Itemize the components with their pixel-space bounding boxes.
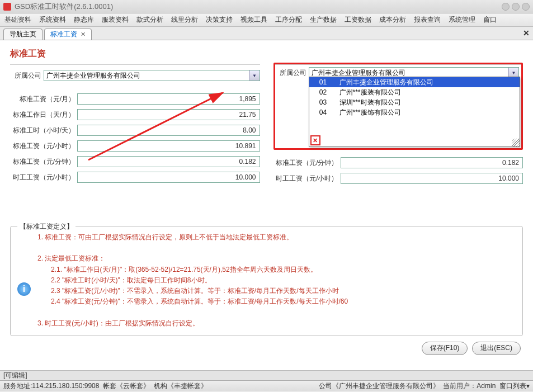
company-value: 广州丰捷企业管理服务有限公司 (46, 71, 140, 81)
page-title: 标准工资 (6, 46, 527, 64)
company-label: 所属公司 (277, 68, 309, 78)
field-label: 标准工资（元/月） (10, 95, 77, 104)
window-buttons (502, 3, 530, 11)
form-left-panel: 所属公司 广州丰捷企业管理服务有限公司 ▼ 标准工资（元/月） 标准工作日（天/… (10, 64, 260, 187)
dropdown-option[interactable]: 04广州***服饰有限公司 (309, 107, 520, 117)
status-account: 帐套《云帐套》 (103, 381, 150, 391)
menu-item[interactable]: 系统资料 (39, 15, 66, 25)
salary-minute-input-r[interactable] (341, 157, 523, 168)
dropdown-option[interactable]: 03深圳***时装有限公司 (309, 97, 520, 107)
status-org: 机构《丰捷帐套》 (154, 381, 207, 391)
field-label: 时工工资（元/小时） (273, 174, 341, 183)
menu-item[interactable]: 款式分析 (136, 15, 163, 25)
field-label: 标准工资（元/分钟） (273, 158, 341, 168)
company-value: 广州丰捷企业管理服务有限公司 (312, 68, 405, 78)
menu-item[interactable]: 服装资料 (102, 15, 129, 25)
maximize-icon[interactable] (512, 3, 520, 11)
salary-hour-input[interactable] (77, 140, 260, 152)
status-company: 公司《广州丰捷企业管理服务有限公司》 (319, 381, 440, 391)
menu-item[interactable]: 视频工具 (240, 15, 267, 25)
field-label: 标准工资（元/分钟） (10, 157, 77, 167)
page-close-icon[interactable]: ✕ (523, 29, 530, 37)
piecework-hour-input-r[interactable] (341, 173, 523, 184)
piecework-hour-input[interactable] (77, 172, 260, 183)
field-label: 标准工作日（天/月） (10, 110, 77, 120)
window-list-menu[interactable]: 窗口列表▾ (499, 381, 530, 391)
tab-strip: 导航主页 标准工资 ✕ ✕ (0, 27, 533, 40)
menu-item[interactable]: 成本分析 (379, 15, 406, 25)
dropdown-option[interactable]: 02广州***服装有限公司 (309, 87, 520, 97)
company-label: 所属公司 (10, 71, 44, 81)
status-server: 服务地址:114.215.180.150:9908 (3, 381, 99, 391)
edit-status: [可编辑] (3, 371, 27, 380)
status-bar: 服务地址:114.215.180.150:9908 帐套《云帐套》 机构《丰捷帐… (0, 380, 533, 391)
field-label: 标准工时（小时/天） (10, 126, 77, 135)
salary-month-input[interactable] (77, 93, 260, 105)
dropdown-close-button[interactable]: ✕ (310, 135, 320, 145)
ready-bar: [可编辑] (0, 370, 533, 380)
definition-box: 【标准工资定义】 i 1. 标准工资：可由工厂根据实际情况自行设定，原则上不低于… (10, 226, 523, 336)
hours-day-input[interactable] (77, 125, 260, 136)
menu-item[interactable]: 生产数据 (310, 15, 337, 25)
menu-item[interactable]: 系统管理 (449, 15, 475, 25)
menu-item[interactable]: 基础资料 (4, 15, 31, 25)
save-button[interactable]: 保存(F10) (422, 342, 468, 355)
menu-item[interactable]: 报表查询 (414, 15, 441, 25)
definition-text: 1. 标准工资：可由工厂根据实际情况自行设定，原则上不低于当地法定最低工资标准。… (17, 232, 516, 329)
field-label: 标准工资（元/小时） (10, 141, 77, 151)
chevron-down-icon[interactable]: ▼ (249, 70, 260, 81)
info-icon: i (17, 282, 31, 296)
dropdown-option[interactable]: 01广州丰捷企业管理服务有限公司 (309, 77, 520, 87)
minimize-icon[interactable] (502, 3, 510, 11)
tab-label: 标准工资 (50, 30, 77, 39)
tab-standard-salary[interactable]: 标准工资 ✕ (44, 29, 92, 40)
tab-close-icon[interactable]: ✕ (81, 31, 86, 38)
window-title: GSD标准工时软件(2.6.1.0001) (15, 2, 502, 12)
page-body: 标准工资 所属公司 广州丰捷企业管理服务有限公司 ▼ 标准工资（元/月） 标准工… (0, 40, 533, 370)
menu-bar: 基础资料 系统资料 静态库 服装资料 款式分析 线里分析 决策支持 视频工具 工… (0, 13, 533, 27)
company-dropdown-popup: 01广州丰捷企业管理服务有限公司 02广州***服装有限公司 03深圳***时装… (309, 77, 521, 147)
close-icon[interactable] (522, 3, 530, 11)
resize-handle-icon[interactable] (512, 139, 520, 147)
button-row: 保存(F10) 退出(ESC) (6, 336, 527, 361)
menu-item[interactable]: 决策支持 (206, 15, 233, 25)
menu-item[interactable]: 工序分配 (275, 15, 302, 25)
status-user: 当前用户：Admin (443, 381, 496, 391)
form-right-panel: 所属公司 广州丰捷企业管理服务有限公司 ▼ 01广州丰捷企业管理服务有限公司 0… (273, 64, 523, 187)
menu-item[interactable]: 静态库 (74, 15, 94, 25)
exit-button[interactable]: 退出(ESC) (472, 342, 521, 355)
workdays-input[interactable] (77, 109, 260, 120)
company-select-left[interactable]: 广州丰捷企业管理服务有限公司 ▼ (44, 70, 260, 81)
menu-item[interactable]: 窗口 (483, 15, 497, 25)
menu-item[interactable]: 工资数据 (345, 15, 371, 25)
tab-label: 导航主页 (10, 30, 36, 39)
title-bar: GSD标准工时软件(2.6.1.0001) (0, 0, 533, 13)
tab-nav-home[interactable]: 导航主页 (3, 29, 43, 40)
app-icon (3, 3, 11, 11)
definition-title: 【标准工资定义】 (17, 222, 76, 232)
field-label: 时工工资（元/小时） (10, 173, 77, 182)
salary-minute-input[interactable] (77, 156, 260, 167)
menu-item[interactable]: 线里分析 (171, 15, 198, 25)
